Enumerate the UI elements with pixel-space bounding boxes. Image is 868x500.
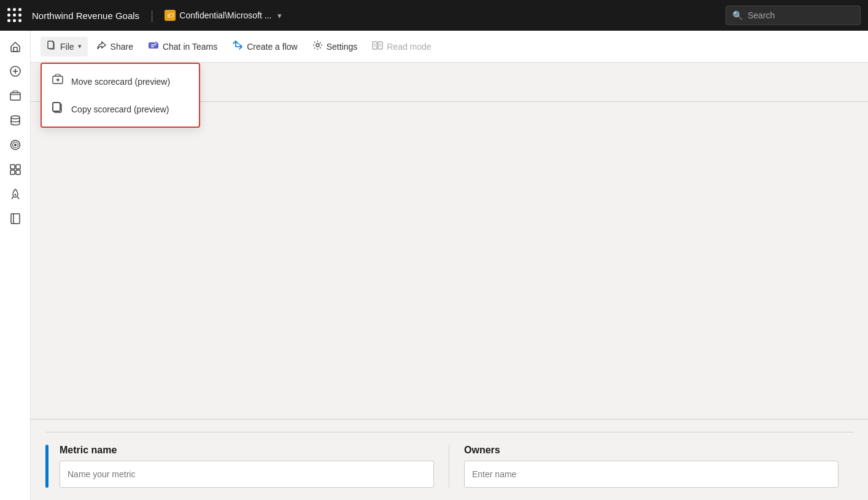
- metric-row: Metric name Owners: [45, 432, 853, 488]
- settings-button[interactable]: Settings: [306, 36, 364, 57]
- file-dropdown: Move scorecard (preview) Copy scorecard …: [41, 63, 200, 128]
- share-label: Share: [110, 42, 133, 52]
- sidebar-item-home[interactable]: [4, 36, 26, 58]
- label-text: Confidential\Microsoft ...: [179, 10, 271, 20]
- svg-rect-21: [378, 42, 382, 49]
- settings-label: Settings: [327, 42, 358, 52]
- svg-rect-11: [10, 170, 15, 174]
- chat-teams-label: Chat in Teams: [163, 42, 217, 52]
- teams-icon: [148, 40, 159, 53]
- sidebar-item-goals[interactable]: [4, 134, 26, 156]
- sidebar-item-data[interactable]: [4, 109, 26, 131]
- sidebar-item-apps[interactable]: [4, 158, 26, 181]
- main-layout: File ▾ Share Chat in Teams Create a: [0, 31, 868, 500]
- metric-name-field: Metric name: [60, 445, 449, 488]
- title-divider: |: [150, 9, 153, 23]
- content-area: File ▾ Share Chat in Teams Create a: [31, 31, 868, 500]
- svg-point-13: [14, 194, 16, 196]
- metric-name-input[interactable]: [60, 461, 434, 488]
- svg-rect-9: [10, 165, 15, 169]
- sidebar: [0, 31, 31, 500]
- file-button[interactable]: File ▾: [41, 37, 88, 57]
- share-button[interactable]: Share: [90, 36, 139, 57]
- read-mode-label: Read mode: [387, 42, 431, 52]
- svg-rect-16: [48, 41, 53, 49]
- toolbar: File ▾ Share Chat in Teams Create a: [31, 31, 868, 63]
- file-icon: [47, 41, 56, 53]
- copy-scorecard-item[interactable]: Copy scorecard (preview): [42, 95, 199, 123]
- chat-teams-button[interactable]: Chat in Teams: [142, 36, 223, 57]
- read-mode-icon: [372, 40, 383, 53]
- metric-accent-bar: [45, 445, 48, 488]
- svg-rect-4: [10, 93, 20, 100]
- owners-label: Owners: [464, 445, 839, 456]
- app-title: Northwind Revenue Goals: [32, 10, 139, 21]
- label-area[interactable]: 🏷 Confidential\Microsoft ... ▾: [165, 10, 282, 21]
- svg-point-5: [11, 116, 20, 119]
- sidebar-item-book[interactable]: [4, 208, 26, 230]
- flow-icon: [232, 40, 243, 53]
- confidential-tag-icon: 🏷: [165, 10, 176, 21]
- svg-rect-0: [14, 47, 17, 52]
- owners-input[interactable]: [464, 461, 839, 488]
- search-bar[interactable]: 🔍 Search: [726, 6, 861, 25]
- search-icon: 🔍: [732, 10, 743, 20]
- sidebar-item-launch[interactable]: [4, 183, 26, 205]
- content-spacer: [31, 102, 868, 419]
- top-bar: Northwind Revenue Goals | 🏷 Confidential…: [0, 0, 868, 31]
- svg-rect-12: [16, 170, 20, 174]
- create-flow-label: Create a flow: [247, 42, 297, 52]
- sidebar-item-create[interactable]: [4, 60, 26, 82]
- share-icon: [96, 40, 107, 53]
- file-label: File: [60, 42, 74, 52]
- metric-name-label: Metric name: [60, 445, 434, 456]
- svg-point-18: [155, 41, 157, 44]
- metric-fields: Metric name Owners: [60, 445, 853, 488]
- svg-rect-28: [53, 103, 60, 111]
- label-chevron-icon[interactable]: ▾: [277, 11, 282, 20]
- svg-rect-20: [373, 42, 377, 49]
- svg-point-8: [14, 144, 17, 146]
- read-mode-button[interactable]: Read mode: [366, 36, 437, 57]
- create-flow-button[interactable]: Create a flow: [226, 36, 303, 57]
- search-placeholder: Search: [748, 10, 775, 20]
- svg-rect-14: [11, 214, 20, 224]
- move-scorecard-label: Move scorecard (preview): [71, 77, 170, 87]
- copy-scorecard-label: Copy scorecard (preview): [71, 104, 169, 114]
- move-scorecard-item[interactable]: Move scorecard (preview): [42, 68, 199, 95]
- move-scorecard-icon: [52, 74, 64, 89]
- svg-rect-10: [16, 165, 20, 169]
- sidebar-item-browse[interactable]: [4, 85, 26, 107]
- settings-icon: [312, 40, 323, 53]
- copy-scorecard-icon: [52, 101, 64, 117]
- owners-field: Owners: [464, 445, 853, 488]
- page-content: Goals Metric name Owners: [31, 63, 868, 500]
- svg-point-19: [316, 44, 319, 47]
- app-grid-icon[interactable]: [7, 8, 22, 23]
- file-chevron-icon: ▾: [78, 42, 82, 50]
- metric-section: Metric name Owners: [31, 420, 868, 500]
